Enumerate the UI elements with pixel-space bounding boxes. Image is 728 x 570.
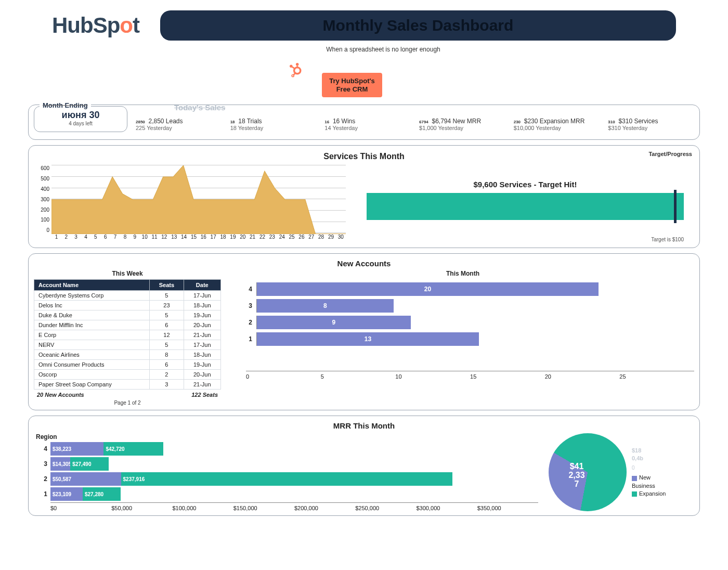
stat-item: 6794 $6,794 New MRR$1,000 Yesterday bbox=[416, 109, 505, 133]
stat-item: 230 $230 Expansion MRR$10,000 Yesterday bbox=[511, 109, 600, 133]
hbar-row: 38 bbox=[242, 299, 684, 313]
hbar-row: 29 bbox=[242, 316, 684, 329]
month-ending-date: июня 30 bbox=[44, 110, 118, 121]
dashboard-title-banner: Monthly Sales Dashboard bbox=[160, 10, 676, 41]
this-month-label: This Month bbox=[231, 270, 694, 277]
month-ending-box: Month Ending июня 30 4 days left bbox=[34, 106, 127, 132]
stat-item: 18 18 Trials18 Yesterday bbox=[227, 109, 317, 133]
table-row: Paper Street Soap Company321-Jun bbox=[34, 380, 221, 390]
table-row: E Corp1221-Jun bbox=[34, 330, 221, 340]
hbar-row: 420 bbox=[242, 282, 684, 296]
svg-line-4 bbox=[292, 67, 295, 69]
accounts-foot-left: 20 New Accounts bbox=[37, 392, 84, 398]
month-ending-label: Month Ending bbox=[40, 101, 91, 109]
col-seats: Seats bbox=[150, 280, 184, 291]
new-accounts-panel: New Accounts This Week Account Name Seat… bbox=[28, 253, 700, 410]
services-target-text: $9,600 Services - Target Hit! bbox=[367, 180, 684, 189]
legend-nb-swatch bbox=[632, 476, 637, 481]
services-title: Services This Month bbox=[34, 152, 694, 161]
col-account-name: Account Name bbox=[34, 280, 150, 291]
mrr-row: 4 $38,223 $42,720 bbox=[34, 442, 538, 456]
accounts-pager: Page 1 of 2 bbox=[34, 400, 221, 406]
table-row: Delos Inc2318-Jun bbox=[34, 301, 221, 310]
legend-ex-label: Expansion bbox=[639, 490, 666, 497]
table-row: Oscorp220-Jun bbox=[34, 370, 221, 380]
mrr-row: 1 $23,109 $27,280 bbox=[34, 487, 538, 501]
mrr-title: MRR This Month bbox=[34, 421, 694, 430]
table-row: NERV517-Jun bbox=[34, 340, 221, 350]
promo-bar: When a spreadsheet is no longer enough T… bbox=[21, 46, 707, 97]
table-row: Oceanic Airlines818-Jun bbox=[34, 350, 221, 360]
legend-ex-swatch bbox=[632, 491, 637, 497]
services-target-sub: Target is $100 bbox=[367, 237, 684, 242]
table-row: Omni Consumer Products619-Jun bbox=[34, 360, 221, 370]
mrr-bar-side: Region 4 $38,223 $42,720 3 $14,305 $27,4… bbox=[34, 433, 538, 511]
new-accounts-title: New Accounts bbox=[34, 259, 694, 268]
stat-item: 2850 2,850 Leads225 Yesterday bbox=[133, 109, 222, 133]
table-row: Cyberdyne Systems Corp517-Jun bbox=[34, 291, 221, 301]
accounts-table-side: This Week Account Name Seats Date Cyberd… bbox=[34, 270, 221, 406]
services-panel: Services This Month Target/Progress 0100… bbox=[28, 145, 700, 248]
hubspot-logo: HubSpot bbox=[52, 13, 139, 38]
col-date: Date bbox=[184, 280, 220, 291]
services-target-marker bbox=[674, 190, 677, 223]
services-target-block: $9,600 Services - Target Hit! Target is … bbox=[356, 165, 694, 243]
this-week-label: This Week bbox=[34, 270, 221, 277]
pie-ghost-label-2: 0,4b bbox=[632, 455, 666, 462]
services-area-chart: 0100200300400500600 12345678910111213141… bbox=[34, 165, 346, 243]
accounts-hbar-chart: 4203829113 bbox=[242, 282, 684, 371]
promo-tagline: When a spreadsheet is no longer enough bbox=[326, 46, 440, 53]
table-row: Duke & Duke519-Jun bbox=[34, 310, 221, 320]
services-target-bar bbox=[367, 193, 684, 220]
stats-panel: Today's Sales Month Ending июня 30 4 day… bbox=[28, 105, 700, 140]
accounts-foot-right: 122 Seats bbox=[191, 392, 218, 398]
target-progress-label: Target/Progress bbox=[648, 151, 692, 157]
table-row: Dunder Mifflin Inc620-Jun bbox=[34, 320, 221, 330]
accounts-table: Account Name Seats Date Cyberdyne System… bbox=[34, 279, 221, 390]
accounts-chart-side: This Month 4203829113 0510152025 bbox=[231, 270, 694, 406]
mrr-pie-side: $41 2,33 7 $18 0,4b 0 NewBusiness Expans… bbox=[549, 433, 694, 511]
mrr-panel: MRR This Month Region 4 $38,223 $42,720 … bbox=[28, 416, 700, 516]
todays-sales-label: Today's Sales bbox=[174, 103, 225, 112]
header: HubSpot Monthly Sales Dashboard bbox=[52, 10, 676, 41]
dashboard-title: Monthly Sales Dashboard bbox=[323, 17, 514, 34]
try-crm-button[interactable]: Try HubSpot's Free CRM bbox=[322, 73, 382, 97]
region-label: Region bbox=[36, 433, 538, 441]
stat-item: 16 16 Wins14 Yesterday bbox=[321, 109, 411, 133]
stat-item: 310 $310 Services$310 Yesterday bbox=[605, 109, 694, 133]
pie-ghost-label-1: $18 bbox=[632, 447, 666, 455]
month-ending-sub: 4 days left bbox=[44, 121, 118, 126]
mrr-row: 2 $50,587 $237,916 bbox=[34, 472, 538, 486]
svg-point-6 bbox=[292, 75, 294, 77]
hubspot-sprocket-icon bbox=[288, 61, 305, 82]
mrr-row: 3 $14,305 $27,490 bbox=[34, 457, 538, 471]
svg-point-1 bbox=[296, 63, 298, 66]
mrr-pie-center-label: $41 2,33 7 bbox=[561, 462, 592, 488]
mrr-pie-legend: $18 0,4b 0 NewBusiness Expansion bbox=[632, 447, 666, 498]
hbar-row: 113 bbox=[242, 332, 684, 346]
